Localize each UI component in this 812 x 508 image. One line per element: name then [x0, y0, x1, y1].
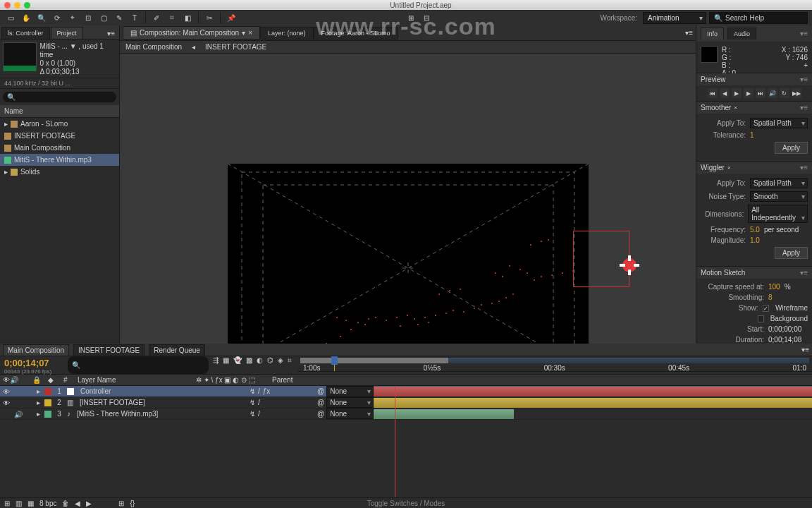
- panel-menu-icon[interactable]: ▾≡: [800, 75, 808, 83]
- tab-project[interactable]: Project: [51, 27, 83, 39]
- close-icon[interactable]: ×: [727, 164, 731, 171]
- tab-composition[interactable]: ▤Composition: Main Composition▾×: [123, 26, 260, 40]
- panel-menu-icon[interactable]: ▾≡: [801, 346, 809, 353]
- play-button[interactable]: ▶: [732, 88, 742, 98]
- panel-menu-icon[interactable]: ▾≡: [800, 164, 808, 171]
- project-item[interactable]: ▸Solids: [0, 166, 119, 178]
- toggle-switches-modes-button[interactable]: Toggle Switches / Modes: [367, 500, 445, 507]
- new-comp-icon[interactable]: ▦: [27, 500, 34, 507]
- frequency-value[interactable]: 5.0: [750, 226, 760, 234]
- current-time-indicator[interactable]: [334, 356, 335, 371]
- time-ruler[interactable]: 1:00s 0½5s 00:30s 00:45s 01:0: [297, 356, 812, 372]
- timeline-tab-main[interactable]: Main Composition: [3, 344, 69, 356]
- project-search[interactable]: 🔍: [3, 92, 116, 102]
- graph-editor-icon[interactable]: ⌗: [288, 356, 292, 374]
- pan-behind-tool[interactable]: ⊡: [82, 11, 94, 24]
- timeline-search[interactable]: 🔍: [68, 356, 209, 374]
- panel-menu-icon[interactable]: ▾≡: [685, 29, 693, 37]
- expand-icon[interactable]: {}: [130, 500, 135, 507]
- brush-tool[interactable]: ✐: [150, 11, 163, 24]
- tab-footage[interactable]: Footage: Aaron - SLomo: [314, 27, 398, 40]
- anchor-point-icon[interactable]: [620, 255, 639, 275]
- pickwhip-icon[interactable]: @: [317, 387, 324, 395]
- tolerance-value[interactable]: 1: [750, 131, 754, 139]
- next-frame-button[interactable]: ▶: [744, 88, 753, 98]
- audio-toggle[interactable]: 🔊: [14, 411, 21, 418]
- shy-icon[interactable]: 👻: [233, 356, 242, 374]
- panel-menu-icon[interactable]: ▾≡: [800, 30, 808, 37]
- workspace-select[interactable]: Animation: [643, 12, 706, 24]
- zoom-window[interactable]: [24, 2, 30, 8]
- motion-blur-icon[interactable]: ◐: [257, 356, 263, 374]
- draft-3d-icon[interactable]: ▦: [223, 356, 229, 374]
- layer-row-insert-footage[interactable]: 👁 ▸ 2 ▥ [INSERT FOOTAGE] ↯/ @None: [0, 397, 812, 409]
- hand-tool[interactable]: ✋: [20, 11, 32, 24]
- ram-preview-button[interactable]: ▶▶: [792, 88, 801, 98]
- flowchart-nested[interactable]: INSERT FOOTAGE: [205, 43, 266, 51]
- parent-select[interactable]: None: [326, 386, 374, 397]
- project-item[interactable]: Main Composition: [0, 142, 119, 154]
- next-icon[interactable]: ▶: [86, 500, 92, 507]
- frame-blend-icon[interactable]: ▩: [246, 356, 252, 374]
- minimize-window[interactable]: [14, 2, 20, 8]
- layer-bar[interactable]: [374, 398, 812, 408]
- close-icon[interactable]: ×: [734, 104, 737, 111]
- delete-icon[interactable]: 🗑: [62, 500, 69, 507]
- tab-audio[interactable]: Audio: [727, 28, 756, 40]
- selection-tool[interactable]: ▭: [4, 11, 17, 24]
- snap-icon-2[interactable]: ⊟: [420, 11, 433, 24]
- project-item[interactable]: ▸Aaron - SLomo: [0, 118, 119, 130]
- close-icon[interactable]: ×: [248, 29, 252, 37]
- layer-bar[interactable]: [374, 387, 812, 397]
- panel-menu-icon[interactable]: ▾≡: [800, 269, 808, 277]
- prev-icon[interactable]: ◀: [75, 500, 80, 507]
- new-folder-icon[interactable]: ▥: [16, 500, 22, 507]
- project-column-name[interactable]: Name: [0, 105, 119, 118]
- type-tool[interactable]: T: [128, 11, 141, 24]
- smoothing-value[interactable]: 8: [768, 294, 773, 301]
- video-toggle[interactable]: 👁: [3, 399, 10, 406]
- loop-button[interactable]: ↻: [780, 88, 789, 98]
- parent-select[interactable]: None: [326, 409, 374, 419]
- panel-menu-icon[interactable]: ▾≡: [104, 28, 118, 39]
- camera-tool[interactable]: ⌖: [66, 11, 79, 24]
- layer-color[interactable]: [44, 399, 51, 406]
- layer-name[interactable]: Controller: [78, 387, 244, 396]
- layer-color[interactable]: [44, 411, 51, 418]
- wireframe-checkbox[interactable]: [763, 305, 769, 312]
- layer-row-controller[interactable]: 👁 ▸ 1 Controller ↯/ƒx @None: [0, 386, 812, 397]
- video-toggle[interactable]: 👁: [3, 388, 10, 395]
- first-frame-button[interactable]: ⏮: [708, 88, 718, 98]
- prev-frame-button[interactable]: ◀: [720, 88, 730, 98]
- layer-color[interactable]: [44, 388, 51, 395]
- tab-effect-controls[interactable]: ls: Controller: [1, 27, 50, 39]
- last-frame-button[interactable]: ⏭: [756, 88, 765, 98]
- rectangle-tool[interactable]: ▢: [97, 11, 110, 24]
- puppet-tool[interactable]: 📌: [225, 11, 238, 24]
- brainstorm-icon[interactable]: ⌬: [267, 356, 273, 374]
- apply-button[interactable]: Apply: [775, 247, 808, 259]
- snap-icon[interactable]: ⊞: [405, 11, 417, 24]
- composition-canvas[interactable]: [228, 164, 589, 373]
- zoom-tool[interactable]: 🔍: [35, 11, 48, 24]
- close-window[interactable]: [4, 2, 11, 8]
- tab-info[interactable]: Info: [701, 28, 724, 40]
- parent-select[interactable]: None: [326, 397, 374, 408]
- flowchart-main[interactable]: Main Composition: [125, 43, 182, 51]
- apply-to-select[interactable]: Spatial Path: [750, 118, 808, 128]
- eraser-tool[interactable]: ◧: [181, 11, 194, 24]
- timeline-timecode[interactable]: 0;00;14;07: [4, 358, 63, 368]
- pen-tool[interactable]: ✎: [113, 11, 125, 24]
- layer-name[interactable]: [MitiS - There Within.mp3]: [75, 409, 244, 418]
- background-checkbox[interactable]: [758, 315, 764, 322]
- pickwhip-icon[interactable]: @: [317, 399, 324, 406]
- project-settings-icon[interactable]: ⊞: [4, 500, 10, 507]
- timeline-tab-insert[interactable]: INSERT FOOTAGE: [73, 344, 144, 356]
- rotation-tool[interactable]: ⟳: [51, 11, 63, 24]
- capture-speed-value[interactable]: 100: [768, 283, 780, 291]
- auto-keyframe-icon[interactable]: ◈: [278, 356, 283, 374]
- toggle-switches-icon[interactable]: ⊞: [118, 500, 124, 507]
- apply-button[interactable]: Apply: [775, 142, 808, 154]
- apply-to-select[interactable]: Spatial Path: [750, 178, 808, 188]
- tab-layer[interactable]: Layer: (none): [260, 27, 314, 40]
